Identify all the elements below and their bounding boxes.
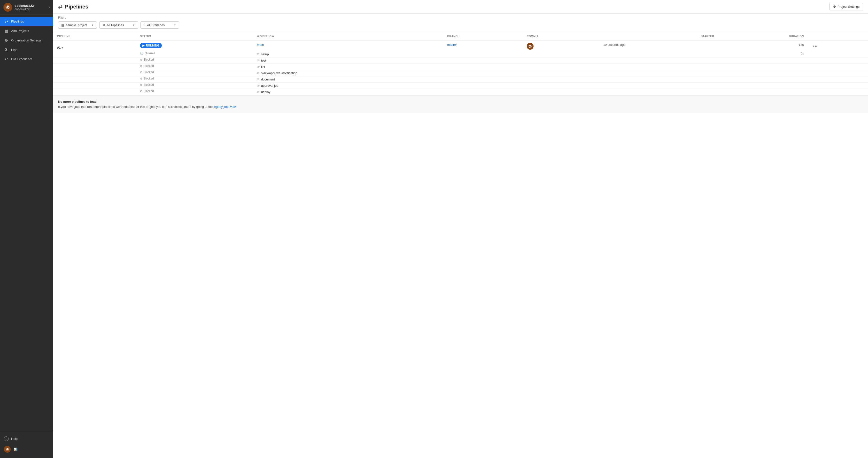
no-more-body-end: . [237, 105, 237, 109]
commit-avatar: 🐶 [527, 43, 533, 50]
dropdown-arrow-icon: ▼ [91, 24, 94, 26]
sidebar-nav: ⇄ Pipelines ▦ Add Projects ⚙ Organizatio… [0, 15, 53, 431]
no-more-body-start: If you have jobs that ran before pipelin… [58, 105, 214, 109]
sidebar-item-plan[interactable]: $ Plan [0, 45, 53, 54]
no-more-pipelines-section: No more pipelines to load If you have jo… [53, 95, 868, 113]
pipeline-commit-cell: 🐶 [523, 40, 599, 51]
col-workflow: WORKFLOW [253, 32, 443, 40]
filters-section: Filters ▦ sample_project ▼ ⇄ All Pipelin… [53, 13, 868, 32]
sidebar-item-label: Plan [11, 48, 18, 52]
sidebar-user-info: dodonki1223 dodonki1223 [14, 4, 46, 11]
pipeline-actions-cell: ••• [808, 40, 868, 51]
old-experience-icon: ↩ [4, 57, 9, 61]
running-status-badge: ▶ RUNNING [140, 43, 162, 48]
col-started: STARTED [599, 32, 718, 40]
table-header: PIPELINE STATUS WORKFLOW BRANCH COMMIT S… [53, 32, 868, 40]
workflow-main-link[interactable]: main [257, 43, 264, 47]
col-commit: COMMIT [523, 32, 599, 40]
sidebar-user-bottom[interactable]: 🐶 📊 [0, 443, 53, 455]
legacy-jobs-link[interactable]: legacy jobs view [214, 105, 237, 109]
col-actions [808, 32, 868, 40]
pipeline-workflow-cell: main [253, 40, 443, 51]
duration-text: 14s [799, 43, 804, 47]
col-branch: BRANCH [443, 32, 523, 40]
started-text: 10 seconds ago [603, 43, 626, 47]
sub-status-blocked-5: ⊘ Blocked [136, 83, 253, 89]
pipeline-started-cell: 10 seconds ago [599, 40, 718, 51]
blocked-icon: ⊘ [140, 77, 143, 80]
workflow-icon: ⟳ [257, 84, 259, 87]
blocked-icon: ⊘ [140, 70, 143, 74]
table-row: ⊘ Blocked ⟳ slack/approval-notification [53, 70, 868, 76]
branch-link[interactable]: master [447, 43, 457, 47]
pipeline-status-cell: ▶ RUNNING [136, 40, 253, 51]
sidebar-item-org-settings[interactable]: ⚙ Organization Settings [0, 36, 53, 45]
pipelines-filter-label: All Pipelines [107, 23, 124, 27]
sidebar-user-avatar: 🐶 [3, 3, 12, 11]
pipeline-expand-icon[interactable]: ▾ [62, 46, 63, 50]
pipelines-table: PIPELINE STATUS WORKFLOW BRANCH COMMIT S… [53, 32, 868, 95]
sidebar-item-label: Add Projects [11, 29, 29, 33]
org-settings-icon: ⚙ [4, 38, 9, 42]
workflow-icon: ⟳ [257, 52, 259, 56]
help-icon: ? [4, 436, 9, 441]
branches-filter-dropdown[interactable]: ⑂ All Branches ▼ [141, 21, 179, 29]
sidebar-user-header[interactable]: 🐶 dodonki1223 dodonki1223 ▾ [0, 0, 53, 15]
workflow-icon: ⟳ [257, 90, 259, 94]
chevron-down-icon: ▾ [49, 6, 50, 9]
table-row: ⊘ Blocked ⟳ document [53, 76, 868, 83]
more-options-button[interactable]: ••• [812, 43, 819, 50]
workflow-icon: ⟳ [257, 78, 259, 81]
pipelines-filter-icon: ⇄ [102, 23, 105, 27]
blocked-icon: ⊘ [140, 58, 143, 61]
table-row: ⊘ Blocked ⟳ approval-job [53, 83, 868, 89]
sidebar-item-old-experience[interactable]: ↩ Old Experience [0, 54, 53, 64]
main-content: ⇄ Pipelines ⚙ Project Settings Filters ▦… [53, 0, 868, 458]
project-filter-dropdown[interactable]: ▦ sample_project ▼ [58, 21, 97, 29]
main-title-row: ⇄ Pipelines [58, 4, 88, 10]
sidebar-item-label: Organization Settings [11, 38, 41, 42]
workflow-icon: ⟳ [257, 65, 259, 68]
no-more-body: If you have jobs that ran before pipelin… [58, 105, 863, 109]
table-row: ⊘ Blocked ⟳ test [53, 57, 868, 64]
sidebar-item-pipelines[interactable]: ⇄ Pipelines [0, 17, 53, 26]
pipeline-number: #1 [57, 46, 61, 50]
table-body: #1 ▾ ▶ RUNNING main master [53, 40, 868, 95]
branch-filter-icon: ⑂ [144, 23, 146, 27]
sub-workflow-setup: ⟳ setup [253, 51, 443, 57]
main-header: ⇄ Pipelines ⚙ Project Settings [53, 0, 868, 13]
branches-filter-label: All Branches [147, 23, 165, 27]
bottom-user-avatar: 🐶 [4, 446, 11, 453]
plan-icon: $ [4, 48, 9, 52]
filters-row: ▦ sample_project ▼ ⇄ All Pipelines ▼ ⑂ A… [58, 21, 863, 29]
activity-icon: 📊 [13, 448, 18, 451]
running-icon: ▶ [143, 44, 145, 47]
col-duration: DURATION [718, 32, 808, 40]
pipeline-number-cell: #1 ▾ [53, 40, 136, 51]
project-filter-label: sample_project [66, 23, 87, 27]
queued-icon: 🕐 [140, 52, 144, 55]
blocked-icon: ⊘ [140, 83, 143, 87]
sidebar-username: dodonki1223 [14, 4, 46, 7]
col-status: STATUS [136, 32, 253, 40]
no-more-title: No more pipelines to load [58, 100, 863, 104]
sidebar: 🐶 dodonki1223 dodonki1223 ▾ ⇄ Pipelines … [0, 0, 53, 458]
blocked-icon: ⊘ [140, 89, 143, 93]
sidebar-help-item[interactable]: ? Help [0, 434, 53, 443]
col-pipeline: PIPELINE [53, 32, 136, 40]
project-settings-button[interactable]: ⚙ Project Settings [830, 3, 863, 10]
sub-status-queued: 🕐 Queued [136, 51, 253, 57]
blocked-icon: ⊘ [140, 64, 143, 67]
filters-label: Filters [58, 16, 863, 19]
pipelines-filter-dropdown[interactable]: ⇄ All Pipelines ▼ [99, 21, 138, 29]
workflow-icon: ⟳ [257, 71, 259, 75]
pipeline-header-icon: ⇄ [58, 4, 62, 10]
sidebar-item-add-projects[interactable]: ▦ Add Projects [0, 26, 53, 36]
table-row: #1 ▾ ▶ RUNNING main master [53, 40, 868, 51]
dropdown-arrow-icon: ▼ [132, 24, 135, 26]
sub-status-blocked-6: ⊘ Blocked [136, 89, 253, 95]
pipeline-duration-cell: 14s [718, 40, 808, 51]
sidebar-username-sub: dodonki1223 [14, 7, 46, 11]
sub-status-blocked-3: ⊘ Blocked [136, 70, 253, 76]
gear-icon: ⚙ [833, 5, 836, 8]
